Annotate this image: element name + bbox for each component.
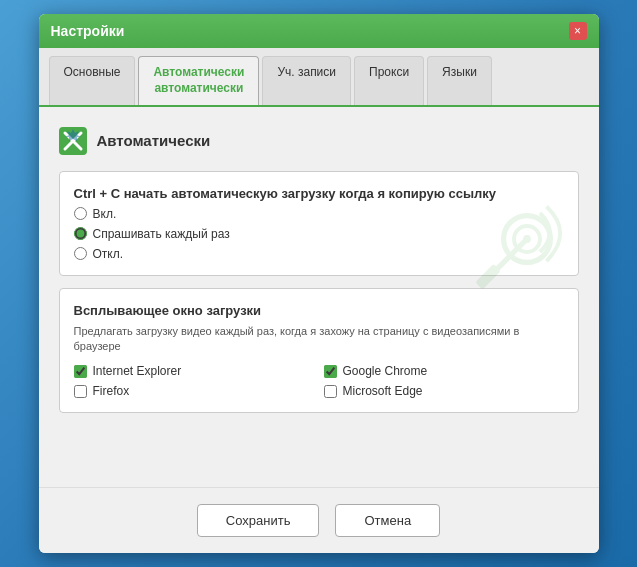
close-button[interactable]: ×: [569, 22, 587, 40]
checkbox-edge-input[interactable]: [324, 385, 337, 398]
checkbox-firefox-label: Firefox: [93, 384, 130, 398]
checkbox-chrome-label: Google Chrome: [343, 364, 428, 378]
checkbox-ie-label: Internet Explorer: [93, 364, 182, 378]
dialog-footer: Сохранить Отмена: [39, 487, 599, 553]
checkbox-ie-input[interactable]: [74, 365, 87, 378]
tab-languages[interactable]: Языки: [427, 56, 492, 104]
dialog-title: Настройки: [51, 23, 125, 39]
tab-proxy[interactable]: Прокси: [354, 56, 424, 104]
checkbox-firefox[interactable]: Firefox: [74, 384, 314, 398]
radio-ask-label: Спрашивать каждый раз: [93, 227, 230, 241]
auto-icon: [59, 127, 87, 155]
tab-basic[interactable]: Основные: [49, 56, 136, 104]
radio-on-input[interactable]: [74, 207, 87, 220]
radio-ask-input[interactable]: [74, 227, 87, 240]
svg-rect-4: [475, 263, 501, 289]
tab-bar: Основные Автоматическиавтоматически Уч. …: [39, 48, 599, 106]
content-area: Автоматически Ctrl + C начать автоматиче…: [39, 107, 599, 487]
popup-card-desc: Предлагать загрузку видео каждый раз, ко…: [74, 324, 564, 355]
cancel-button[interactable]: Отмена: [335, 504, 440, 537]
section-title: Автоматически: [97, 132, 211, 149]
save-button[interactable]: Сохранить: [197, 504, 320, 537]
tab-accounts[interactable]: Уч. записи: [262, 56, 351, 104]
checkbox-ie[interactable]: Internet Explorer: [74, 364, 314, 378]
title-bar: Настройки ×: [39, 14, 599, 48]
checkbox-chrome[interactable]: Google Chrome: [324, 364, 564, 378]
radio-off-label: Откл.: [93, 247, 124, 261]
radio-on-label: Вкл.: [93, 207, 117, 221]
watermark-icon: [449, 187, 579, 317]
tab-auto[interactable]: Автоматическиавтоматически: [138, 56, 259, 104]
radio-off-input[interactable]: [74, 247, 87, 260]
checkbox-firefox-input[interactable]: [74, 385, 87, 398]
checkbox-edge-label: Microsoft Edge: [343, 384, 423, 398]
settings-dialog: Настройки × Основные Автоматическиавтома…: [39, 14, 599, 552]
checkbox-chrome-input[interactable]: [324, 365, 337, 378]
section-header: Автоматически: [59, 127, 579, 155]
browser-checkboxes: Internet Explorer Google Chrome Firefox …: [74, 364, 564, 398]
checkbox-edge[interactable]: Microsoft Edge: [324, 384, 564, 398]
